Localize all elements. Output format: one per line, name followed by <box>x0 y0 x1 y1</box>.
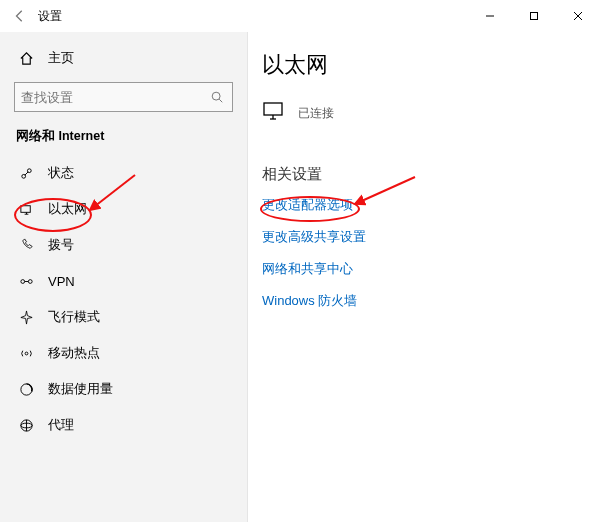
sidebar-item-vpn[interactable]: VPN <box>0 263 247 299</box>
status-icon <box>18 166 34 181</box>
sidebar-item-status[interactable]: 状态 <box>0 155 247 191</box>
sidebar-item-label: 数据使用量 <box>48 380 113 398</box>
sidebar-item-label: 移动热点 <box>48 344 100 362</box>
sidebar-section-header: 网络和 Internet <box>0 124 247 155</box>
dialup-icon <box>18 238 34 253</box>
vpn-icon <box>18 274 34 289</box>
airplane-icon <box>18 310 34 325</box>
search-input[interactable] <box>21 90 208 105</box>
svg-point-11 <box>28 279 32 283</box>
sidebar-item-airplane[interactable]: 飞行模式 <box>0 299 247 335</box>
sidebar-item-dialup[interactable]: 拨号 <box>0 227 247 263</box>
content-pane: 以太网 已连接 相关设置 更改适配器选项 更改高级共享设置 网络和共享中心 Wi… <box>248 32 600 522</box>
svg-rect-7 <box>20 205 29 212</box>
maximize-button[interactable] <box>512 2 556 30</box>
sidebar-item-proxy[interactable]: 代理 <box>0 407 247 443</box>
sidebar-item-datausage[interactable]: 数据使用量 <box>0 371 247 407</box>
svg-point-10 <box>20 279 24 283</box>
link-adapter-options[interactable]: 更改适配器选项 <box>262 196 588 214</box>
link-firewall[interactable]: Windows 防火墙 <box>262 292 588 310</box>
link-advanced-sharing[interactable]: 更改高级共享设置 <box>262 228 588 246</box>
svg-line-3 <box>219 99 222 102</box>
sidebar-home-label: 主页 <box>48 49 74 67</box>
page-title: 以太网 <box>262 50 588 80</box>
close-button[interactable] <box>556 2 600 30</box>
proxy-icon <box>18 418 34 433</box>
ethernet-icon <box>18 202 34 217</box>
svg-rect-18 <box>264 103 282 115</box>
sidebar-item-ethernet[interactable]: 以太网 <box>0 191 247 227</box>
sidebar: 主页 网络和 Internet 状态 以太网 拨号 <box>0 32 248 522</box>
back-icon[interactable] <box>10 9 30 23</box>
svg-rect-1 <box>531 13 538 20</box>
related-settings: 相关设置 更改适配器选项 更改高级共享设置 网络和共享中心 Windows 防火… <box>262 165 588 310</box>
connection-status: 已连接 <box>298 105 334 122</box>
link-network-center[interactable]: 网络和共享中心 <box>262 260 588 278</box>
hotspot-icon <box>18 346 34 361</box>
svg-line-6 <box>24 171 27 174</box>
svg-point-13 <box>25 352 28 355</box>
related-heading: 相关设置 <box>262 165 588 184</box>
sidebar-item-label: 拨号 <box>48 236 74 254</box>
sidebar-home[interactable]: 主页 <box>0 40 247 76</box>
minimize-button[interactable] <box>468 2 512 30</box>
titlebar: 设置 <box>0 0 600 32</box>
svg-point-2 <box>212 92 220 100</box>
datausage-icon <box>18 382 34 397</box>
sidebar-item-label: VPN <box>48 274 75 289</box>
sidebar-item-label: 飞行模式 <box>48 308 100 326</box>
home-icon <box>18 51 34 66</box>
sidebar-item-hotspot[interactable]: 移动热点 <box>0 335 247 371</box>
network-connection-block[interactable]: 已连接 <box>262 100 588 127</box>
search-icon <box>208 90 226 104</box>
sidebar-item-label: 代理 <box>48 416 74 434</box>
window-controls <box>468 2 600 30</box>
search-box[interactable] <box>14 82 233 112</box>
monitor-icon <box>262 100 288 127</box>
sidebar-item-label: 以太网 <box>48 200 87 218</box>
sidebar-item-label: 状态 <box>48 164 74 182</box>
window-title: 设置 <box>38 8 62 25</box>
